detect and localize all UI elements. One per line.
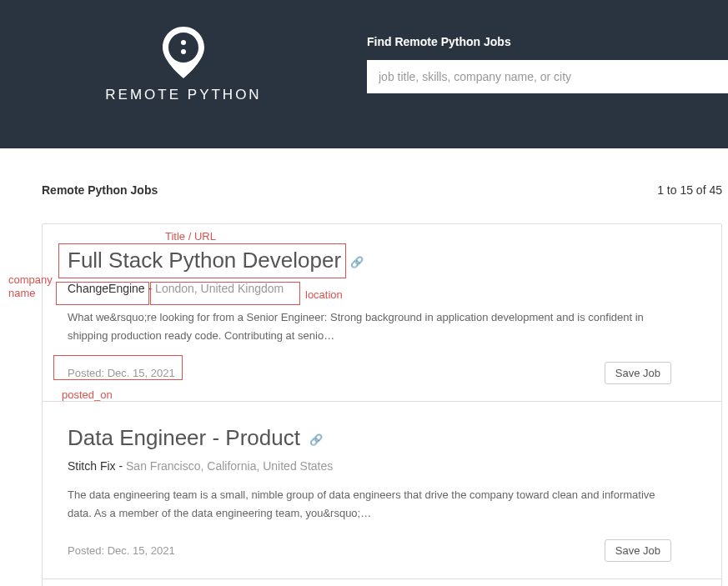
page-heading-row: Remote Python Jobs 1 to 15 of 45 bbox=[0, 148, 728, 197]
save-job-button[interactable]: Save Job bbox=[605, 362, 671, 384]
svg-point-0 bbox=[181, 40, 186, 45]
logo-area: REMOTE PYTHON bbox=[0, 0, 367, 103]
job-card: Full Stack Python Developer 🔗 ChangeEngi… bbox=[43, 224, 721, 402]
job-location: London, United Kingdom bbox=[155, 282, 284, 295]
save-job-button[interactable]: Save Job bbox=[605, 539, 671, 562]
job-description: The data engineering team is a small, ni… bbox=[68, 486, 671, 523]
search-input[interactable] bbox=[367, 60, 728, 93]
posted-date: Posted: Dec. 15, 2021 bbox=[68, 367, 175, 379]
permalink-icon[interactable]: 🔗 bbox=[350, 256, 364, 268]
posted-date: Posted: Dec. 15, 2021 bbox=[68, 544, 175, 557]
search-area: Find Remote Python Jobs bbox=[367, 0, 728, 93]
logo-text: REMOTE PYTHON bbox=[105, 87, 261, 103]
company-name: Stitch Fix bbox=[68, 459, 116, 473]
job-location: San Francisco, California, United States bbox=[126, 459, 333, 473]
job-subline: ChangeEngine - London, United Kingdom bbox=[68, 282, 671, 295]
search-label: Find Remote Python Jobs bbox=[367, 35, 728, 48]
company-name: ChangeEngine bbox=[68, 282, 145, 295]
job-card: Data Engineer - Product 🔗 Stitch Fix - S… bbox=[43, 402, 721, 579]
page-title: Remote Python Jobs bbox=[42, 183, 158, 197]
job-title-link[interactable]: Data Engineer - Product bbox=[68, 425, 300, 450]
permalink-icon[interactable]: 🔗 bbox=[309, 433, 323, 446]
job-footer: Posted: Dec. 15, 2021 Save Job bbox=[68, 362, 671, 384]
job-subline: Stitch Fix - San Francisco, California, … bbox=[68, 459, 671, 473]
job-card-partial bbox=[43, 579, 721, 586]
svg-point-1 bbox=[181, 49, 186, 54]
job-description: What we&rsquo;re looking for from a Seni… bbox=[68, 308, 671, 345]
job-list: Full Stack Python Developer 🔗 ChangeEngi… bbox=[42, 223, 722, 586]
job-footer: Posted: Dec. 15, 2021 Save Job bbox=[68, 539, 671, 562]
site-header: REMOTE PYTHON Find Remote Python Jobs bbox=[0, 0, 728, 148]
separator: - bbox=[148, 282, 156, 295]
results-count: 1 to 15 of 45 bbox=[657, 183, 722, 197]
separator: - bbox=[118, 459, 126, 473]
logo-pin-icon bbox=[163, 27, 204, 78]
logo[interactable]: REMOTE PYTHON bbox=[105, 27, 261, 103]
job-title-link[interactable]: Full Stack Python Developer bbox=[68, 248, 341, 273]
